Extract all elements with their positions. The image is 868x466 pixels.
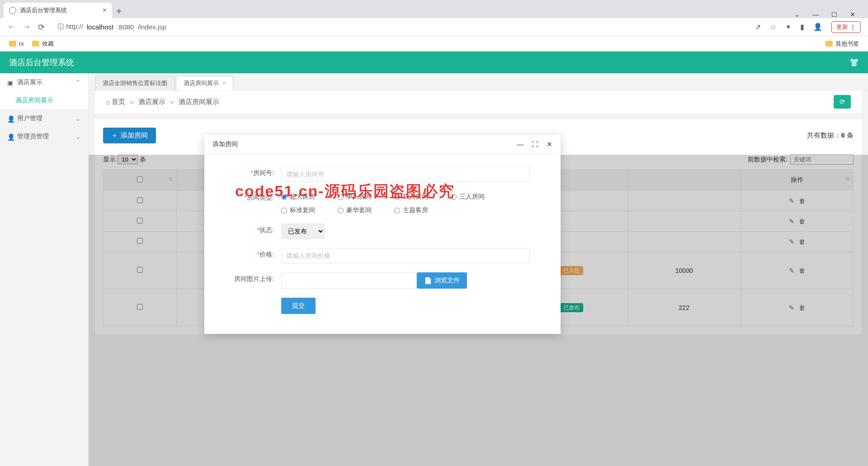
forward-icon[interactable]: → bbox=[23, 22, 31, 32]
breadcrumb: ⌂ 首页 > 酒店展示 > 酒店房间展示 ⟳ bbox=[95, 90, 862, 113]
minimize-icon[interactable]: — bbox=[812, 11, 819, 18]
globe-icon bbox=[9, 7, 16, 14]
total-count: 共有数据：6 条 bbox=[807, 131, 854, 140]
sidebar: ▣ 酒店展示 ⌃ 酒店房间展示 👤 用户管理 ⌄ 👤 管理员管理 ⌄ bbox=[0, 73, 89, 466]
close-icon[interactable]: ✕ bbox=[547, 140, 552, 148]
chevron-down-icon: ⌄ bbox=[75, 133, 81, 140]
modal-header: 添加房间 — ⛶ ✕ bbox=[204, 135, 561, 154]
minimize-icon[interactable]: — bbox=[517, 140, 524, 148]
theme-icon[interactable]: 👕 bbox=[849, 57, 859, 67]
sidebar-item-admin-mgmt[interactable]: 👤 管理员管理 ⌄ bbox=[0, 128, 88, 146]
sidebar-item-hotel-display[interactable]: ▣ 酒店展示 ⌃ bbox=[0, 73, 88, 91]
sidebar-item-user-mgmt[interactable]: 👤 用户管理 ⌄ bbox=[0, 109, 88, 128]
browser-tab-bar: 酒店后台管理系统 × + ⌄ — ☐ ✕ bbox=[0, 0, 868, 18]
room-type-radio[interactable]: 双人房间 bbox=[394, 193, 451, 201]
radio-input[interactable] bbox=[451, 194, 457, 200]
modal-title: 添加房间 bbox=[212, 140, 238, 148]
room-no-input[interactable] bbox=[281, 166, 530, 182]
breadcrumb-l1[interactable]: 酒店展示 bbox=[138, 98, 165, 106]
chevron-down-icon: ⌄ bbox=[75, 115, 81, 122]
image-icon: ▣ bbox=[7, 79, 14, 86]
breadcrumb-home[interactable]: 首页 bbox=[112, 98, 125, 106]
app-header: 酒店后台管理系统 👕 bbox=[0, 52, 868, 73]
room-type-radio[interactable]: 主题客房 bbox=[394, 206, 451, 214]
room-type-radio[interactable]: 标准套间 bbox=[281, 206, 338, 214]
folder-icon bbox=[9, 41, 16, 47]
home-icon: ⌂ bbox=[106, 98, 110, 106]
radio-input[interactable] bbox=[281, 194, 287, 200]
bookmark-bar: rx 收藏 其他书签 bbox=[0, 36, 868, 52]
room-type-radio[interactable]: 三人房间 bbox=[451, 193, 507, 201]
room-type-radio[interactable]: 豪华套间 bbox=[338, 206, 394, 214]
star-icon[interactable]: ☆ bbox=[770, 23, 776, 31]
app-title: 酒店后台管理系统 bbox=[9, 57, 74, 68]
submit-button[interactable]: 提交 bbox=[281, 298, 316, 314]
url-host: localhost bbox=[87, 23, 113, 31]
update-button[interactable]: 更新 ⋮ bbox=[831, 21, 861, 33]
dropdown-icon[interactable]: ⌄ bbox=[794, 11, 800, 18]
panel-icon[interactable]: ▮ bbox=[800, 23, 804, 31]
tab-sales-map[interactable]: 酒店全国销售位置标注图 bbox=[95, 76, 175, 90]
maximize-icon[interactable]: ⛶ bbox=[532, 140, 538, 148]
maximize-icon[interactable]: ☐ bbox=[831, 11, 837, 18]
file-path-display bbox=[281, 272, 417, 289]
user-icon: 👤 bbox=[7, 115, 14, 122]
bookmark-other[interactable]: 其他书签 bbox=[826, 40, 859, 48]
room-type-radio[interactable]: 超大床房 bbox=[281, 193, 338, 201]
toolbar-icons: ⇗ ☆ ✦ ▮ 👤 更新 ⋮ bbox=[755, 21, 861, 33]
price-input[interactable] bbox=[281, 248, 530, 263]
url-scheme: ⓘ http:// bbox=[57, 23, 83, 31]
tabs-row: 酒店全国销售位置标注图 酒店房间展示× bbox=[89, 73, 868, 90]
folder-icon bbox=[826, 41, 833, 47]
refresh-button[interactable]: ⟳ bbox=[834, 95, 851, 109]
profile-icon[interactable]: 👤 bbox=[813, 23, 822, 31]
plus-icon: ＋ bbox=[111, 131, 118, 140]
user-icon: 👤 bbox=[7, 133, 14, 140]
add-room-modal: 添加房间 — ⛶ ✕ *房间号: *房间类型: 超大床房单人房间双人房间三人房间… bbox=[204, 135, 561, 334]
add-room-button[interactable]: ＋添加房间 bbox=[103, 128, 156, 143]
share-icon[interactable]: ⇗ bbox=[755, 23, 761, 31]
radio-input[interactable] bbox=[338, 194, 344, 200]
radio-input[interactable] bbox=[394, 194, 400, 200]
radio-input[interactable] bbox=[281, 208, 287, 214]
tab-room-display[interactable]: 酒店房间展示× bbox=[176, 76, 233, 90]
file-icon: 📄 bbox=[424, 277, 432, 284]
new-tab-button[interactable]: + bbox=[112, 5, 126, 18]
bookmark-fav[interactable]: 收藏 bbox=[32, 40, 54, 48]
close-tab-icon[interactable]: × bbox=[103, 6, 107, 14]
sidebar-sub-room-display[interactable]: 酒店房间展示 bbox=[0, 91, 88, 109]
folder-icon bbox=[32, 41, 39, 47]
url-port: :8080 bbox=[117, 23, 134, 31]
browser-tab[interactable]: 酒店后台管理系统 × bbox=[4, 3, 112, 18]
close-icon[interactable]: × bbox=[222, 80, 226, 86]
room-type-radio[interactable]: 单人房间 bbox=[338, 193, 394, 201]
tab-title: 酒店后台管理系统 bbox=[20, 6, 67, 14]
radio-input[interactable] bbox=[394, 208, 400, 214]
extension-icon[interactable]: ✦ bbox=[785, 23, 791, 31]
url-bar[interactable]: ⓘ http://localhost:8080/index.jsp bbox=[52, 20, 748, 34]
radio-input[interactable] bbox=[338, 208, 344, 214]
window-controls: ⌄ — ☐ ✕ bbox=[794, 11, 864, 18]
close-window-icon[interactable]: ✕ bbox=[850, 11, 855, 18]
status-select[interactable]: 已发布 bbox=[281, 223, 325, 239]
reload-icon[interactable]: ⟳ bbox=[38, 22, 45, 32]
back-icon[interactable]: ← bbox=[7, 22, 15, 32]
browse-button[interactable]: 📄浏览文件 bbox=[417, 272, 467, 289]
url-path: /index.jsp bbox=[137, 23, 166, 31]
chevron-up-icon: ⌃ bbox=[75, 79, 81, 86]
bookmark-rx[interactable]: rx bbox=[9, 40, 24, 47]
browser-toolbar: ← → ⟳ ⓘ http://localhost:8080/index.jsp … bbox=[0, 18, 868, 36]
breadcrumb-l2: 酒店房间展示 bbox=[179, 98, 219, 106]
